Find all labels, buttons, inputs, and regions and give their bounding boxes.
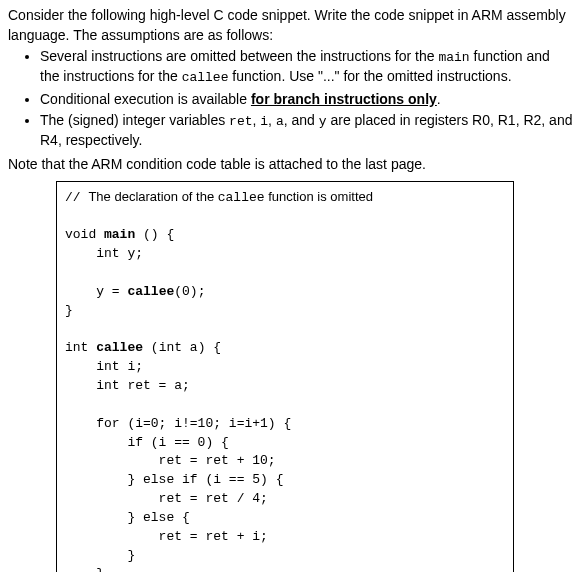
b2-text-a: Conditional execution is available (40, 91, 251, 107)
c-l09b: callee (96, 340, 143, 355)
b3-i: i (260, 114, 268, 129)
b1-text-a: Several instructions are omitted between… (40, 48, 438, 64)
c-l09c: (int a) { (143, 340, 221, 355)
b3-text-a: The (signed) integer variables (40, 112, 229, 128)
b1-code-callee: callee (182, 70, 229, 85)
code-block: // The declaration of the callee functio… (56, 181, 514, 572)
c-l18: } else { (65, 510, 190, 525)
c-l09a: int (65, 340, 96, 355)
c-l07: } (65, 303, 73, 318)
c-l03c: () { (135, 227, 174, 242)
c-l15: ret = ret + 10; (65, 453, 276, 468)
c-l06c: (0); (174, 284, 205, 299)
b1-code-main: main (438, 50, 469, 65)
c-l20: } (65, 548, 135, 563)
c-l17: ret = ret / 4; (65, 491, 268, 506)
bullet-1: Several instructions are omitted between… (40, 47, 573, 87)
c-l01d: function is omitted (265, 189, 373, 204)
c-l13: for (i=0; i!=10; i=i+1) { (65, 416, 291, 431)
bullet-2: Conditional execution is available for b… (40, 90, 573, 110)
c-l16: } else if (i == 5) { (65, 472, 283, 487)
b3-text-d: , and (284, 112, 319, 128)
c-l03b: main (104, 227, 135, 242)
c-l21: } (65, 566, 104, 572)
c-l01c: callee (218, 190, 265, 205)
c-l19: ret = ret + i; (65, 529, 268, 544)
c-l04: int y; (65, 246, 143, 261)
b2-text-b: . (437, 91, 441, 107)
note-paragraph: Note that the ARM condition code table i… (8, 155, 573, 175)
b2-bold: for branch instructions only (251, 91, 437, 107)
b3-ret: ret (229, 114, 252, 129)
bullet-3: The (signed) integer variables ret, i, a… (40, 111, 573, 151)
c-l14: if (i == 0) { (65, 435, 229, 450)
intro-paragraph: Consider the following high-level C code… (8, 6, 573, 45)
assumptions-list: Several instructions are omitted between… (8, 47, 573, 151)
c-l06a: y = (65, 284, 127, 299)
c-l10: int i; (65, 359, 143, 374)
c-l11: int ret = a; (65, 378, 190, 393)
b3-a: a (276, 114, 284, 129)
b1-text-c: function. Use "..." for the omitted inst… (228, 68, 511, 84)
b3-y: y (319, 114, 327, 129)
c-l01a: // (65, 190, 88, 205)
c-l01b: The declaration of the (88, 189, 217, 204)
b3-text-c: , (268, 112, 276, 128)
c-l06b: callee (127, 284, 174, 299)
c-l03a: void (65, 227, 104, 242)
